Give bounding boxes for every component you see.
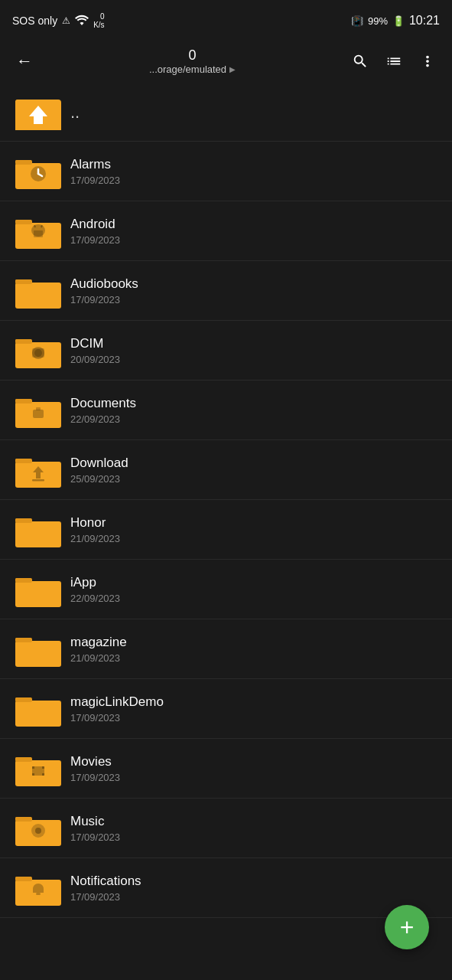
svg-line-14 xyxy=(34,225,35,227)
folder-name: magazine xyxy=(70,635,437,650)
folder-info: Honor 21/09/2023 xyxy=(64,515,437,544)
folder-item[interactable]: Android 17/09/2023 xyxy=(0,201,452,261)
svg-rect-25 xyxy=(33,410,44,418)
folder-date: 17/09/2023 xyxy=(70,294,437,305)
folder-icon-honor xyxy=(12,506,64,554)
folder-item[interactable]: magicLinkDemo 17/09/2023 xyxy=(0,679,452,739)
svg-rect-51 xyxy=(15,877,32,881)
svg-rect-13 xyxy=(34,230,43,237)
warning-icon: ⚠ xyxy=(62,15,70,26)
folder-icon-download xyxy=(12,446,64,494)
folder-item[interactable]: Documents 22/09/2023 xyxy=(0,381,452,440)
folder-info: Audiobooks 17/09/2023 xyxy=(64,276,437,305)
folder-name: DCIM xyxy=(70,336,437,351)
fab-icon: + xyxy=(400,913,415,942)
svg-rect-45 xyxy=(42,773,44,776)
svg-rect-52 xyxy=(36,893,41,895)
svg-rect-16 xyxy=(15,283,61,309)
file-list: ↑ .. Alarms 17/09/2023 xyxy=(0,84,452,918)
folder-info: Notifications 17/09/2023 xyxy=(64,874,437,903)
fab-button[interactable]: + xyxy=(385,905,429,949)
folder-info: iApp 22/09/2023 xyxy=(64,575,437,604)
folder-info: Download 25/09/2023 xyxy=(64,456,437,485)
svg-line-15 xyxy=(41,225,42,227)
path-arrow-icon: ▶ xyxy=(229,65,236,74)
toolbar: ← 0 ...orage/emulated ▶ xyxy=(0,38,452,84)
list-view-button[interactable] xyxy=(379,46,409,77)
folder-item[interactable]: Music 17/09/2023 xyxy=(0,799,452,858)
folder-item[interactable]: Notifications 17/09/2023 xyxy=(0,858,452,918)
folder-info: Alarms 17/09/2023 xyxy=(64,157,437,186)
svg-rect-33 xyxy=(15,581,61,607)
battery-percent: 99% xyxy=(368,15,388,27)
folder-date: 17/09/2023 xyxy=(70,234,437,246)
svg-rect-36 xyxy=(15,638,32,642)
up-folder-icon: ↑ xyxy=(12,89,64,136)
svg-rect-19 xyxy=(15,339,32,344)
vibrate-icon: 📳 xyxy=(351,15,363,27)
folder-date: 20/09/2023 xyxy=(70,354,437,365)
data-unit: K/s xyxy=(93,21,104,29)
folder-date: 17/09/2023 xyxy=(70,831,437,843)
search-button[interactable] xyxy=(345,46,376,77)
folder-date: 21/09/2023 xyxy=(70,652,437,664)
folder-name: Download xyxy=(70,456,437,471)
svg-rect-17 xyxy=(15,279,32,284)
svg-text:↑: ↑ xyxy=(35,109,42,124)
up-label: .. xyxy=(64,103,80,122)
svg-rect-26 xyxy=(36,407,41,410)
svg-rect-43 xyxy=(42,766,44,769)
folder-name: iApp xyxy=(70,575,437,590)
folder-item[interactable]: DCIM 20/09/2023 xyxy=(0,321,452,381)
folder-name: Movies xyxy=(70,754,437,769)
folder-icon-android xyxy=(12,207,64,255)
folder-name: Android xyxy=(70,217,437,232)
folder-item[interactable]: Movies 17/09/2023 xyxy=(0,739,452,799)
toolbar-title: 0 ...orage/emulated ▶ xyxy=(46,47,339,75)
current-path: ...orage/emulated ▶ xyxy=(149,64,236,75)
folder-date: 17/09/2023 xyxy=(70,175,437,186)
svg-rect-35 xyxy=(15,641,61,667)
folder-date: 22/09/2023 xyxy=(70,593,437,604)
svg-rect-44 xyxy=(32,773,34,776)
status-left: SOS only ⚠ 0 K/s xyxy=(12,12,105,29)
more-options-button[interactable] xyxy=(412,46,443,77)
folder-name: Honor xyxy=(70,515,437,531)
folder-icon-movies xyxy=(12,745,64,792)
folder-date: 21/09/2023 xyxy=(70,533,437,544)
svg-rect-34 xyxy=(15,578,32,583)
folder-list: Alarms 17/09/2023 Android 17/0 xyxy=(0,142,452,918)
folder-icon-audiobooks xyxy=(12,267,64,315)
data-speed: 0 K/s xyxy=(93,12,104,29)
clock: 10:21 xyxy=(409,14,440,28)
folder-date: 17/09/2023 xyxy=(70,712,437,724)
svg-rect-22 xyxy=(32,348,44,358)
folder-item[interactable]: iApp 22/09/2023 xyxy=(0,560,452,619)
svg-rect-24 xyxy=(15,399,32,403)
battery-icon: 🔋 xyxy=(392,15,405,27)
folder-name: Music xyxy=(70,814,437,829)
status-bar: SOS only ⚠ 0 K/s 📳 99% 🔋 10:21 xyxy=(0,0,452,38)
svg-rect-42 xyxy=(32,766,34,769)
folder-icon-alarms xyxy=(12,148,64,195)
folder-date: 17/09/2023 xyxy=(70,772,437,783)
folder-name: Alarms xyxy=(70,157,437,172)
folder-icon-dcim xyxy=(12,327,64,374)
folder-item[interactable]: Download 25/09/2023 xyxy=(0,440,452,500)
folder-item[interactable]: magazine 21/09/2023 xyxy=(0,619,452,679)
back-button[interactable]: ← xyxy=(9,46,40,77)
folder-date: 17/09/2023 xyxy=(70,891,437,903)
up-folder-item[interactable]: ↑ .. xyxy=(0,84,452,142)
folder-info: magazine 21/09/2023 xyxy=(64,635,437,664)
svg-rect-30 xyxy=(32,479,44,482)
folder-icon-music xyxy=(12,805,64,852)
folder-name: magicLinkDemo xyxy=(70,694,437,710)
folder-item[interactable]: Alarms 17/09/2023 xyxy=(0,142,452,201)
svg-rect-37 xyxy=(15,701,61,727)
folder-info: Documents 22/09/2023 xyxy=(64,396,437,425)
wifi-icon xyxy=(75,15,89,28)
folder-info: Android 17/09/2023 xyxy=(64,217,437,246)
folder-item[interactable]: Audiobooks 17/09/2023 xyxy=(0,261,452,321)
svg-rect-40 xyxy=(15,757,32,762)
folder-item[interactable]: Honor 21/09/2023 xyxy=(0,500,452,560)
